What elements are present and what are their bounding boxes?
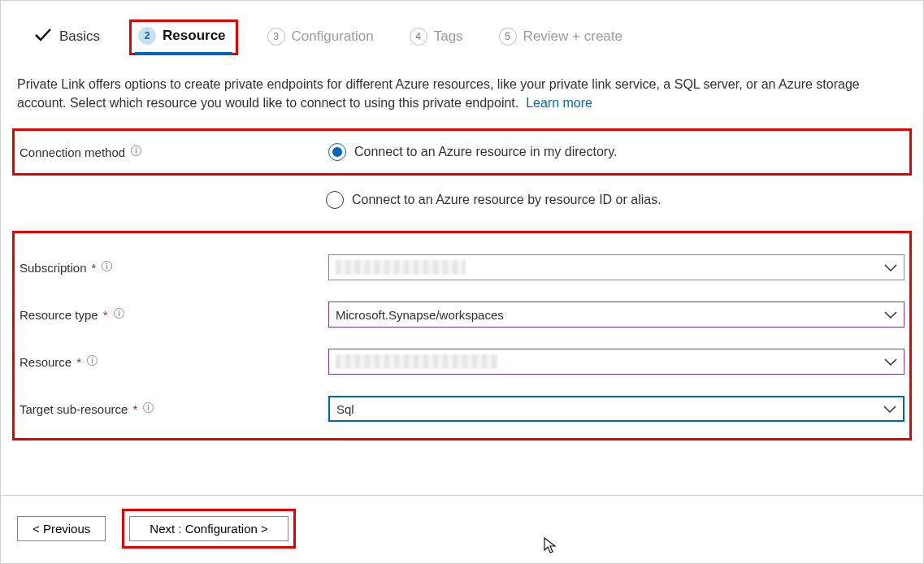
- radio-label: Connect to an Azure resource in my direc…: [354, 145, 617, 159]
- label-text: Connection method: [20, 145, 125, 159]
- label-text: Target sub-resource: [20, 402, 128, 416]
- target-sub-resource-label: Target sub-resource *: [20, 401, 328, 416]
- redacted-value: [336, 354, 498, 369]
- connection-method-label: Connection method: [20, 145, 328, 159]
- radio-connect-directory[interactable]: Connect to an Azure resource in my direc…: [328, 143, 617, 161]
- chevron-down-icon: [883, 309, 899, 320]
- chevron-down-icon: [883, 356, 899, 367]
- label-text: Resource type: [20, 308, 98, 322]
- svg-rect-11: [92, 360, 93, 364]
- tab-label: Resource: [163, 28, 225, 44]
- radio-connect-resource-id[interactable]: Connect to an Azure resource by resource…: [326, 191, 662, 209]
- info-icon[interactable]: [130, 145, 142, 159]
- subscription-label: Subscription *: [20, 260, 328, 275]
- tab-label: Configuration: [292, 28, 374, 45]
- info-icon[interactable]: [113, 307, 125, 322]
- tab-step-number: 5: [499, 28, 517, 46]
- label-text: Subscription: [20, 261, 87, 275]
- private-endpoint-wizard: Basics 2 Resource 3 Configuration 4 Tags…: [0, 0, 924, 564]
- chevron-down-icon: [883, 262, 899, 273]
- tab-label: Tags: [434, 28, 463, 45]
- checkmark-icon: [33, 25, 53, 47]
- tab-step-number: 2: [138, 27, 156, 45]
- resource-description: Private Link offers options to create pr…: [17, 75, 907, 112]
- target-sub-resource-dropdown[interactable]: Sql: [328, 396, 904, 422]
- required-asterisk: *: [92, 261, 97, 275]
- svg-point-10: [92, 358, 93, 359]
- next-configuration-button[interactable]: Next : Configuration >: [129, 516, 288, 541]
- label-text: Resource: [20, 355, 72, 369]
- dropdown-value: Microsoft.Synapse/workspaces: [336, 308, 504, 322]
- redacted-value: [336, 260, 466, 275]
- svg-rect-8: [118, 313, 119, 317]
- resource-type-label: Resource type *: [20, 307, 328, 322]
- wizard-footer: < Previous Next : Configuration >: [1, 495, 923, 563]
- subscription-dropdown[interactable]: [328, 254, 904, 280]
- wizard-tabs: Basics 2 Resource 3 Configuration 4 Tags…: [17, 17, 907, 60]
- resource-type-dropdown[interactable]: Microsoft.Synapse/workspaces: [328, 302, 904, 328]
- tab-configuration[interactable]: 3 Configuration: [261, 20, 380, 55]
- svg-point-4: [106, 263, 108, 265]
- svg-point-13: [148, 405, 150, 406]
- description-text: Private Link offers options to create pr…: [17, 77, 860, 110]
- required-asterisk: *: [132, 402, 137, 416]
- highlight-next-button: Next : Configuration >: [122, 509, 296, 549]
- tab-step-number: 3: [267, 28, 285, 46]
- tab-basics[interactable]: Basics: [27, 17, 106, 57]
- tab-label: Basics: [59, 28, 100, 45]
- svg-rect-5: [106, 266, 107, 270]
- radio-icon: [326, 191, 344, 209]
- info-icon[interactable]: [86, 354, 98, 369]
- tab-tags[interactable]: 4 Tags: [403, 20, 470, 55]
- cursor-icon: [544, 537, 557, 555]
- svg-point-7: [118, 310, 119, 312]
- chevron-down-icon: [882, 403, 898, 414]
- tab-label: Review + create: [523, 28, 623, 45]
- dropdown-value: Sql: [336, 402, 354, 416]
- previous-button[interactable]: < Previous: [17, 516, 106, 541]
- svg-rect-2: [136, 150, 137, 154]
- highlight-connection-method: Connection method Connect to an Azure re…: [12, 128, 912, 176]
- tab-step-number: 4: [410, 28, 427, 46]
- info-icon[interactable]: [101, 260, 113, 275]
- learn-more-link[interactable]: Learn more: [526, 96, 592, 110]
- radio-label: Connect to an Azure resource by resource…: [352, 193, 662, 207]
- radio-icon: [328, 143, 346, 161]
- required-asterisk: *: [103, 308, 108, 322]
- svg-rect-14: [148, 407, 149, 411]
- required-asterisk: *: [76, 355, 81, 369]
- svg-point-1: [136, 148, 137, 150]
- wizard-content: Basics 2 Resource 3 Configuration 4 Tags…: [1, 1, 923, 440]
- resource-dropdown[interactable]: [328, 349, 904, 375]
- info-icon[interactable]: [142, 401, 154, 416]
- resource-label: Resource *: [20, 354, 328, 369]
- highlight-resource-fields: Subscription * Res: [12, 231, 912, 440]
- tab-resource[interactable]: 2 Resource: [129, 20, 237, 55]
- tab-review-create[interactable]: 5 Review + create: [492, 20, 629, 55]
